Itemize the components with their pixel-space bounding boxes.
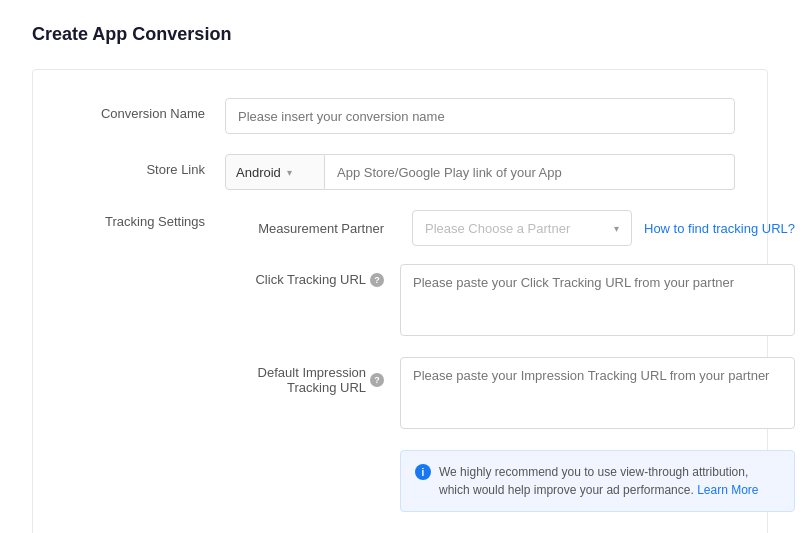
click-tracking-label: Click Tracking URL ?: [225, 264, 400, 287]
store-select-value: Android: [236, 165, 281, 180]
partner-chevron-icon: ▾: [614, 223, 619, 234]
store-link-label: Store Link: [65, 154, 225, 177]
impression-tracking-field: [400, 357, 795, 432]
tracking-settings-row: Tracking Settings Measurement Partner Pl…: [65, 210, 735, 512]
store-url-input[interactable]: [325, 154, 735, 190]
tracking-settings-label: Tracking Settings: [65, 210, 225, 229]
measurement-partner-label: Measurement Partner: [225, 221, 400, 236]
form-container: Conversion Name Store Link Android ▾ Tra…: [32, 69, 768, 533]
info-icon: i: [415, 464, 431, 480]
store-link-row: Store Link Android ▾: [65, 154, 735, 190]
click-tracking-question-icon[interactable]: ?: [370, 273, 384, 287]
store-link-field: Android ▾: [225, 154, 735, 190]
impression-tracking-question-icon[interactable]: ?: [370, 373, 384, 387]
store-select[interactable]: Android ▾: [225, 154, 325, 190]
click-tracking-row: Click Tracking URL ?: [225, 264, 795, 339]
click-tracking-field: [400, 264, 795, 339]
partner-select-placeholder: Please Choose a Partner: [425, 221, 570, 236]
impression-tracking-label: Default Impression Tracking URL ?: [225, 357, 400, 395]
conversion-name-field: [225, 98, 735, 134]
info-box-wrapper: i We highly recommend you to use view-th…: [225, 450, 795, 512]
learn-more-link[interactable]: Learn More: [697, 483, 758, 497]
store-link-row-inner: Android ▾: [225, 154, 735, 190]
conversion-name-row: Conversion Name: [65, 98, 735, 134]
conversion-name-input[interactable]: [225, 98, 735, 134]
tracking-url-help-link[interactable]: How to find tracking URL?: [644, 221, 795, 236]
partner-select[interactable]: Please Choose a Partner ▾: [412, 210, 632, 246]
info-box: i We highly recommend you to use view-th…: [400, 450, 795, 512]
info-text: We highly recommend you to use view-thro…: [439, 463, 780, 499]
page-title: Create App Conversion: [32, 24, 768, 45]
impression-tracking-row: Default Impression Tracking URL ?: [225, 357, 795, 432]
measurement-partner-row: Measurement Partner Please Choose a Part…: [225, 210, 795, 246]
impression-tracking-url-input[interactable]: [400, 357, 795, 429]
chevron-down-icon: ▾: [287, 167, 292, 178]
tracking-inner: Measurement Partner Please Choose a Part…: [225, 210, 795, 512]
conversion-name-label: Conversion Name: [65, 98, 225, 121]
click-tracking-url-input[interactable]: [400, 264, 795, 336]
